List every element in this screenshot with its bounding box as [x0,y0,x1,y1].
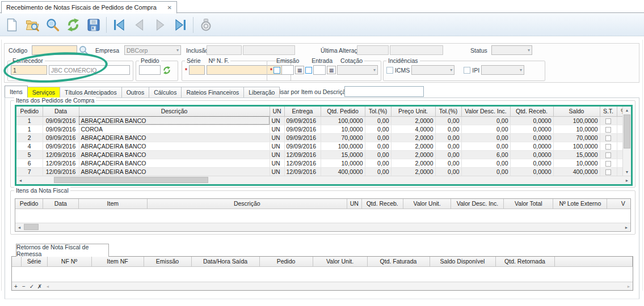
cell[interactable]: 0,0000 [510,133,553,142]
column-header-un[interactable]: UN [347,199,361,209]
cell[interactable] [617,125,622,133]
vertical-scrollbar[interactable] [622,107,631,176]
cell[interactable] [600,125,617,133]
cell[interactable] [617,116,622,125]
cell[interactable]: 7 [16,167,43,176]
emissao-calendar-button[interactable] [295,66,304,74]
column-header[interactable] [12,257,21,266]
cell[interactable]: 12/09/2016 [43,150,79,159]
st-checkbox[interactable] [605,127,611,133]
seal-button[interactable] [196,15,216,35]
cell[interactable]: UN [270,167,284,176]
cell[interactable]: 0,00 [461,159,510,167]
previous-record-button[interactable] [129,15,150,35]
cell[interactable]: 0,00 [435,133,461,142]
entrada-date-field[interactable] [313,65,326,75]
cell[interactable]: ABRAÇADEIRA BANCO [79,150,270,159]
insert-row-button[interactable]: + [12,282,20,290]
column-header-v[interactable]: V [607,199,630,209]
cell[interactable]: 0,00 [435,167,461,176]
emissao-date-field[interactable] [281,65,294,75]
fornecedor-code-field[interactable] [11,65,47,75]
vertical-scrollbar-thumb[interactable] [624,114,630,148]
cell[interactable] [600,133,617,142]
column-header-qtd-pedido[interactable]: Qtd. Pedido [321,107,365,116]
serie-field[interactable] [189,65,205,75]
cell[interactable]: 12/09/2016 [284,150,321,159]
cell[interactable]: 09/09/2016 [284,125,321,133]
next-record-button[interactable] [150,15,170,35]
tab-outros[interactable]: Outros [121,87,150,97]
cell[interactable]: 09/09/2016 [43,125,79,133]
column-header-qtd-receb[interactable]: Qtd. Receb. [510,107,553,116]
column-header-%-re[interactable]: % Re [617,107,622,116]
table-row[interactable]: 109/09/2016ABRAÇADEIRA BANCOUN09/09/2016… [16,116,622,125]
cell[interactable]: 0,00 [435,125,461,133]
cell[interactable]: 0,00 [365,150,391,159]
column-header-pedido[interactable]: Pedido [259,257,313,266]
cell[interactable]: UN [270,142,284,150]
cell[interactable]: 0,00 [461,133,510,142]
cell[interactable]: 0,00 [435,159,461,167]
cell[interactable]: ABRAÇADEIRA BANCO [79,133,270,142]
cell[interactable]: 0,00 [461,125,510,133]
horizontal-scrollbar-track[interactable] [44,282,633,290]
horizontal-scrollbar[interactable] [15,223,630,231]
cell[interactable]: 0,00 [435,142,461,150]
cell[interactable] [600,159,617,167]
table-row[interactable]: 209/09/2016ABRAÇADEIRA BANCOUN09/09/2016… [16,133,622,142]
scroll-up-icon[interactable] [623,107,631,114]
cell[interactable] [617,142,622,150]
cell[interactable] [600,116,617,125]
codigo-search-button[interactable] [78,45,89,55]
cell[interactable]: 1 [16,116,43,125]
column-header-qtd-faturada[interactable]: Qtd. Faturada [367,257,430,266]
cell[interactable] [600,150,617,159]
table-row[interactable]: 409/09/2016ABRAÇADEIRA BANCOUN09/09/2016… [16,142,622,150]
empresa-select[interactable]: DBCorp [124,45,181,55]
cell[interactable]: 1 [16,125,43,133]
cell[interactable]: 10,0000 [321,125,365,133]
scroll-left-icon[interactable] [15,223,23,231]
column-header-item-nf[interactable]: Item NF [91,257,144,266]
cell[interactable]: 70,0000 [553,133,600,142]
scroll-right-icon[interactable] [622,223,630,231]
cell[interactable] [617,159,622,167]
open-search-button[interactable] [22,15,43,35]
codigo-field[interactable] [32,45,77,55]
icms-checkbox[interactable] [386,67,393,74]
cell[interactable]: 0,00 [461,167,510,176]
cell[interactable]: 2,0000 [391,167,435,176]
search-button[interactable] [43,15,63,35]
cell[interactable] [600,142,617,150]
cell[interactable]: ABRAÇADEIRA BANCO [79,167,270,176]
cell[interactable]: 0,00 [461,142,510,150]
cell[interactable]: 15,0000 [553,150,600,159]
ultima-alteracao-user-field[interactable] [357,45,389,55]
cell[interactable]: 0,0000 [510,167,553,176]
cell[interactable]: 2,0000 [391,150,435,159]
cell[interactable]: UN [270,150,284,159]
delete-row-button[interactable]: − [20,282,28,290]
cell[interactable]: ABRAÇADEIRA BANCO [79,142,270,150]
cell[interactable]: UN [270,133,284,142]
cell[interactable]: UN [270,116,284,125]
st-checkbox[interactable] [605,152,611,158]
cell[interactable]: 0,00 [435,116,461,125]
cell[interactable]: 0,0000 [510,159,553,167]
status-select[interactable] [491,45,532,55]
column-header-valor-total[interactable]: Valor Total [504,199,553,209]
ipi-checkbox[interactable] [464,67,470,74]
table-row[interactable]: 612/09/2016ABRAÇADEIRA BANCOUN12/09/2016… [16,159,622,167]
cell[interactable]: 400,0000 [553,167,600,176]
column-header-data[interactable]: Data [43,199,79,209]
cell[interactable] [617,133,622,142]
column-header-item[interactable]: Item [78,199,147,209]
cell[interactable]: 10,0000 [553,125,600,133]
column-header-entrega[interactable]: Entrega [284,107,321,116]
cell[interactable]: 10,0000 [321,159,365,167]
cell[interactable]: UN [270,125,284,133]
cell[interactable]: 4,0000 [391,125,435,133]
entrada-checkbox[interactable] [305,67,312,74]
scroll-down-icon[interactable] [623,168,631,176]
